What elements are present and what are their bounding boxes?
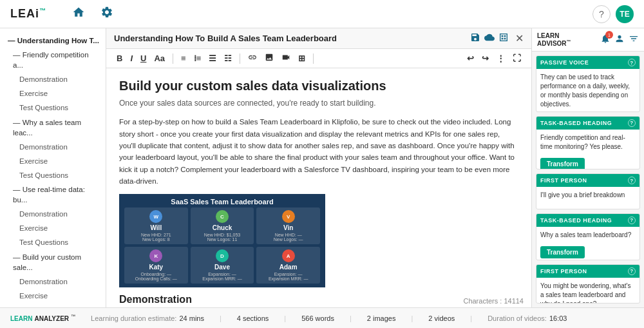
sidebar-item-demo3[interactable]: Demonstration (0, 207, 106, 221)
settings-icon[interactable] (100, 6, 113, 22)
sidebar-item-tq3[interactable]: Test Questions (0, 235, 106, 249)
sidebar-item-ex2[interactable]: Exercise (0, 154, 106, 168)
align-center-button[interactable]: ⁞≡ (191, 52, 204, 64)
card-help-passive[interactable]: ? (628, 59, 636, 66)
sidebar-item-understanding[interactable]: — Understanding How T... (0, 34, 106, 48)
content-body: For a step-by-step on how to build a Sal… (119, 116, 518, 187)
lb-katy: K Katy Onboarding: —Onboarding Calls: — (124, 247, 188, 284)
underline-button[interactable]: U (138, 52, 149, 64)
list-ul-button[interactable]: ☰ (206, 52, 219, 64)
video-duration-stat: Duration of videos: 16:03 (488, 314, 567, 322)
video-button[interactable] (279, 52, 293, 65)
toolbar-sep-3 (313, 53, 314, 64)
content-heading: Build your custom sales data visualizati… (119, 79, 518, 93)
sep4: | (411, 314, 413, 322)
filter-icon[interactable] (629, 34, 639, 46)
close-icon[interactable]: ✕ (515, 32, 524, 44)
content-area: Understanding How To Build A Sales Team … (106, 28, 531, 307)
nav-icons (72, 6, 113, 22)
top-nav: LEAi™ ? TE (0, 0, 644, 28)
sidebar-item-ex1[interactable]: Exercise (0, 86, 106, 101)
notification-badge: 1 (605, 31, 613, 39)
transform-button-2[interactable]: Transform (540, 246, 585, 258)
sidebar-item-ex4[interactable]: Exercise (0, 289, 106, 303)
sep3: | (350, 314, 352, 322)
toolbar-sep-2 (240, 53, 240, 64)
lb-adam: A Adam Expansion: —Expansion MRR: — (256, 247, 320, 284)
options-button[interactable]: ⋮ (494, 52, 507, 64)
sidebar-item-friendly[interactable]: — Friendly competition a... (0, 48, 106, 72)
doc-header-icons: ✕ (470, 32, 524, 44)
bold-button[interactable]: B (114, 52, 125, 64)
sections-stat: 4 sections (237, 314, 269, 322)
sidebar-item-tq2[interactable]: Test Questions (0, 168, 106, 182)
lb-vin: V Vin New HHD: —New Logos: — (256, 207, 320, 244)
sidebar-item-demo4[interactable]: Demonstration (0, 275, 106, 289)
doc-header: Understanding How To Build A Sales Team … (106, 28, 531, 49)
lb-dave: D Dave Expansion: —Expansion MRR: — (191, 247, 254, 284)
sidebar-item-tq4[interactable]: Test Questions (0, 303, 106, 307)
advisory-card-task-heading-2: TASK-BASED HEADING ? Why a sales team le… (536, 213, 640, 260)
save-icon[interactable] (470, 32, 480, 44)
words-stat: 566 words (301, 314, 334, 322)
user-icon[interactable] (614, 34, 625, 46)
card-body-fp2: You might be wondering, what's a sales t… (536, 278, 639, 304)
card-body-task2: Why a sales team leaderboard? (536, 227, 639, 246)
advisory-card-task-heading-1: TASK-BASED HEADING ? Friendly competitio… (536, 116, 640, 170)
home-icon[interactable] (72, 6, 85, 22)
sep5: | (470, 314, 472, 322)
advisory-card-first-person-2: FIRST PERSON ? You might be wondering, w… (536, 264, 640, 304)
more-button[interactable]: ⊞ (296, 52, 308, 64)
doc-content: Build your custom sales data visualizati… (106, 68, 531, 307)
help-button[interactable]: ? (592, 5, 611, 23)
right-panel-header: LEARN ADVISOR™ 1 (532, 28, 644, 52)
card-help-task2[interactable]: ? (628, 217, 636, 224)
right-panel: LEARN ADVISOR™ 1 PASSIVE VOICE ? (531, 28, 644, 307)
image-button[interactable] (262, 52, 276, 65)
list-ol-button[interactable]: ☷ (222, 52, 234, 64)
redo-button[interactable]: ↪ (479, 52, 491, 64)
card-help-fp2[interactable]: ? (628, 267, 636, 275)
advisory-card-first-person-1: FIRST PERSON ? I'll give you a brief bre… (536, 173, 640, 209)
right-header-icons: 1 (600, 34, 639, 46)
leaderboard-image: SaaS Sales Team Leaderboard W Will New H… (119, 194, 325, 287)
sidebar-item-demo1[interactable]: Demonstration (0, 72, 106, 86)
notification-icon[interactable]: 1 (600, 34, 611, 46)
leaderboard-grid: W Will New HHD: 271New Logos: 8 C Chuck … (119, 194, 325, 287)
sidebar-item-ex3[interactable]: Exercise (0, 221, 106, 235)
card-help-fp1[interactable]: ? (628, 177, 636, 184)
card-help-task1[interactable]: ? (628, 119, 636, 127)
table-icon[interactable] (498, 32, 509, 44)
link-button[interactable] (245, 52, 260, 65)
main-body: — Understanding How T... — Friendly comp… (0, 28, 644, 307)
italic-button[interactable]: I (128, 52, 135, 64)
transform-button-1[interactable]: Transform (540, 158, 585, 170)
cloud-icon[interactable] (484, 32, 495, 44)
font-size-button[interactable]: Aa (151, 52, 167, 64)
user-avatar[interactable]: TE (616, 5, 634, 23)
images-stat: 2 images (367, 314, 396, 322)
card-footer-fp1: REVIEWED (536, 206, 639, 209)
bottom-logo: LEARN ANALYZER ™ (10, 314, 75, 322)
sidebar-item-demo2[interactable]: Demonstration (0, 140, 106, 154)
expand-button[interactable]: ⛶ (510, 52, 524, 64)
sidebar-item-tq1[interactable]: Test Questions (0, 101, 106, 115)
sidebar-item-custom[interactable]: — Build your custom sale... (0, 250, 106, 275)
undo-button[interactable]: ↩ (464, 52, 477, 64)
card-header-task1: TASK-BASED HEADING ? (536, 117, 639, 130)
doc-characters: Characters : 14114 (463, 297, 524, 305)
toolbar-right: ↩ ↪ ⋮ ⛶ (464, 52, 524, 64)
leaderboard-title: SaaS Sales Team Leaderboard (119, 198, 325, 206)
sidebar-item-why[interactable]: — Why a sales team leac... (0, 115, 106, 140)
card-body-fp1: I'll give you a brief breakdown (536, 187, 639, 206)
lb-will: W Will New HHD: 271New Logos: 8 (124, 207, 188, 244)
sep2: | (284, 314, 286, 322)
card-header-task2: TASK-BASED HEADING ? (536, 214, 639, 227)
sep1: | (220, 314, 222, 322)
sidebar-item-realtime[interactable]: — Use real-time data: bu... (0, 182, 106, 207)
doc-title: Understanding How To Build A Sales Team … (114, 34, 465, 43)
sidebar: — Understanding How T... — Friendly comp… (0, 28, 106, 307)
align-left-button[interactable]: ≡ (178, 52, 189, 64)
right-icons: ? TE (592, 5, 634, 23)
duration-stat: Learning duration estimate: 24 mins (91, 314, 204, 322)
